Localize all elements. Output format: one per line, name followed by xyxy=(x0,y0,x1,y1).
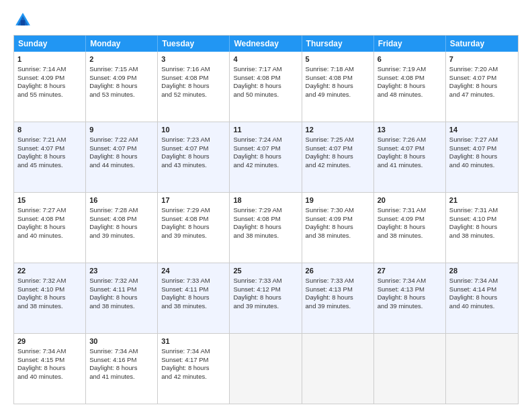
day-info-line-0: Sunrise: 7:33 AM xyxy=(306,277,354,284)
day-info-line-1: Sunset: 4:08 PM xyxy=(306,74,353,81)
day-info-line-3: and 38 minutes. xyxy=(449,232,495,239)
day-number: 27 xyxy=(378,266,442,276)
day-info-line-2: Daylight: 8 hours xyxy=(449,152,497,160)
day-info-line-3: and 38 minutes. xyxy=(17,302,63,310)
day-info-line-1: Sunset: 4:13 PM xyxy=(306,285,353,293)
cal-cell-day-3: 3Sunrise: 7:16 AMSunset: 4:08 PMDaylight… xyxy=(158,52,230,122)
day-info-line-0: Sunrise: 7:25 AM xyxy=(306,136,354,143)
cal-cell-day-12: 12Sunrise: 7:25 AMSunset: 4:07 PMDayligh… xyxy=(302,122,374,192)
day-info-line-1: Sunset: 4:15 PM xyxy=(17,356,64,363)
day-info-line-0: Sunrise: 7:32 AM xyxy=(17,277,66,284)
day-info-line-3: and 40 minutes. xyxy=(17,373,63,380)
day-info-line-1: Sunset: 4:11 PM xyxy=(161,285,208,293)
day-info-line-3: and 38 minutes. xyxy=(378,232,423,239)
header-cell-tuesday: Tuesday xyxy=(158,36,230,52)
day-info-line-1: Sunset: 4:11 PM xyxy=(89,285,136,293)
day-info-line-3: and 42 minutes. xyxy=(233,161,279,169)
day-number: 30 xyxy=(89,336,154,347)
day-info-line-3: and 39 minutes. xyxy=(161,232,207,239)
day-info-line-0: Sunrise: 7:34 AM xyxy=(378,277,426,284)
cal-cell-day-29: 29Sunrise: 7:34 AMSunset: 4:15 PMDayligh… xyxy=(14,334,86,404)
day-number: 8 xyxy=(17,125,82,135)
day-info-line-0: Sunrise: 7:27 AM xyxy=(449,136,498,143)
day-number: 28 xyxy=(449,266,515,276)
day-info-line-1: Sunset: 4:09 PM xyxy=(89,74,136,81)
calendar-row-2: 8Sunrise: 7:21 AMSunset: 4:07 PMDaylight… xyxy=(14,122,518,193)
calendar: SundayMondayTuesdayWednesdayThursdayFrid… xyxy=(13,35,519,404)
day-number: 7 xyxy=(449,54,515,64)
day-info-line-0: Sunrise: 7:31 AM xyxy=(378,206,426,214)
day-info-line-3: and 55 minutes. xyxy=(17,91,63,98)
header-cell-saturday: Saturday xyxy=(446,36,518,52)
day-info-line-0: Sunrise: 7:22 AM xyxy=(89,136,138,143)
day-number: 4 xyxy=(233,54,298,64)
day-number: 31 xyxy=(161,336,226,347)
cal-cell-day-11: 11Sunrise: 7:24 AMSunset: 4:07 PMDayligh… xyxy=(230,122,302,192)
day-info-line-0: Sunrise: 7:34 AM xyxy=(89,347,138,355)
day-info-line-2: Daylight: 8 hours xyxy=(89,82,137,89)
cal-cell-day-5: 5Sunrise: 7:18 AMSunset: 4:08 PMDaylight… xyxy=(302,52,374,122)
day-info-line-0: Sunrise: 7:24 AM xyxy=(233,136,281,143)
day-info-line-0: Sunrise: 7:21 AM xyxy=(17,136,66,143)
cal-cell-day-25: 25Sunrise: 7:33 AMSunset: 4:12 PMDayligh… xyxy=(230,263,302,333)
day-number: 14 xyxy=(449,125,515,135)
day-info-line-3: and 48 minutes. xyxy=(378,91,423,98)
day-info-line-2: Daylight: 8 hours xyxy=(161,152,209,160)
day-number: 16 xyxy=(89,195,154,205)
day-number: 21 xyxy=(449,195,515,205)
calendar-row-1: 1Sunrise: 7:14 AMSunset: 4:09 PMDaylight… xyxy=(14,52,518,122)
day-info-line-3: and 38 minutes. xyxy=(89,302,135,310)
header-cell-monday: Monday xyxy=(86,36,158,52)
day-info-line-1: Sunset: 4:07 PM xyxy=(89,144,136,152)
day-info-line-3: and 39 minutes. xyxy=(233,302,279,310)
day-info-line-3: and 53 minutes. xyxy=(89,91,135,98)
day-info-line-0: Sunrise: 7:17 AM xyxy=(233,65,281,73)
day-info-line-3: and 42 minutes. xyxy=(306,161,351,169)
day-number: 29 xyxy=(17,336,82,347)
calendar-row-5: 29Sunrise: 7:34 AMSunset: 4:15 PMDayligh… xyxy=(14,334,518,404)
day-info-line-3: and 38 minutes. xyxy=(233,232,279,239)
cal-cell-day-17: 17Sunrise: 7:29 AMSunset: 4:08 PMDayligh… xyxy=(158,193,230,263)
day-info-line-2: Daylight: 8 hours xyxy=(161,223,209,230)
cal-cell-empty xyxy=(302,334,374,404)
day-info-line-3: and 50 minutes. xyxy=(233,91,279,98)
day-info-line-0: Sunrise: 7:30 AM xyxy=(306,206,354,214)
day-info-line-3: and 43 minutes. xyxy=(161,161,207,169)
day-info-line-2: Daylight: 8 hours xyxy=(89,293,137,301)
day-info-line-1: Sunset: 4:10 PM xyxy=(17,285,64,293)
calendar-row-4: 22Sunrise: 7:32 AMSunset: 4:10 PMDayligh… xyxy=(14,263,518,334)
cal-cell-day-13: 13Sunrise: 7:26 AMSunset: 4:07 PMDayligh… xyxy=(374,122,446,192)
cal-cell-day-1: 1Sunrise: 7:14 AMSunset: 4:09 PMDaylight… xyxy=(14,52,86,122)
day-info-line-2: Daylight: 8 hours xyxy=(161,293,209,301)
day-info-line-1: Sunset: 4:08 PM xyxy=(17,215,64,222)
cal-cell-day-30: 30Sunrise: 7:34 AMSunset: 4:16 PMDayligh… xyxy=(86,334,158,404)
header-cell-sunday: Sunday xyxy=(14,36,86,52)
day-info-line-1: Sunset: 4:08 PM xyxy=(378,74,425,81)
cal-cell-day-22: 22Sunrise: 7:32 AMSunset: 4:10 PMDayligh… xyxy=(14,263,86,333)
day-info-line-1: Sunset: 4:07 PM xyxy=(378,144,425,152)
calendar-body: 1Sunrise: 7:14 AMSunset: 4:09 PMDaylight… xyxy=(14,52,518,404)
logo xyxy=(13,11,35,30)
cal-cell-empty xyxy=(374,334,446,404)
day-info-line-3: and 41 minutes. xyxy=(378,161,423,169)
cal-cell-day-23: 23Sunrise: 7:32 AMSunset: 4:11 PMDayligh… xyxy=(86,263,158,333)
day-info-line-3: and 39 minutes. xyxy=(306,302,351,310)
day-info-line-0: Sunrise: 7:33 AM xyxy=(233,277,281,284)
header-cell-thursday: Thursday xyxy=(302,36,374,52)
day-number: 9 xyxy=(89,125,154,135)
day-info-line-0: Sunrise: 7:19 AM xyxy=(378,65,426,73)
day-info-line-2: Daylight: 8 hours xyxy=(449,293,497,301)
day-info-line-2: Daylight: 8 hours xyxy=(378,152,425,160)
cal-cell-day-4: 4Sunrise: 7:17 AMSunset: 4:08 PMDaylight… xyxy=(230,52,302,122)
day-info-line-2: Daylight: 8 hours xyxy=(17,152,65,160)
day-info-line-3: and 38 minutes. xyxy=(161,302,207,310)
day-info-line-2: Daylight: 8 hours xyxy=(378,293,425,301)
cal-cell-day-21: 21Sunrise: 7:31 AMSunset: 4:10 PMDayligh… xyxy=(446,193,518,263)
day-number: 23 xyxy=(89,266,154,276)
header-cell-wednesday: Wednesday xyxy=(230,36,302,52)
day-number: 12 xyxy=(306,125,370,135)
day-info-line-3: and 47 minutes. xyxy=(449,91,495,98)
cal-cell-day-8: 8Sunrise: 7:21 AMSunset: 4:07 PMDaylight… xyxy=(14,122,86,192)
header xyxy=(13,11,519,30)
day-number: 19 xyxy=(306,195,370,205)
